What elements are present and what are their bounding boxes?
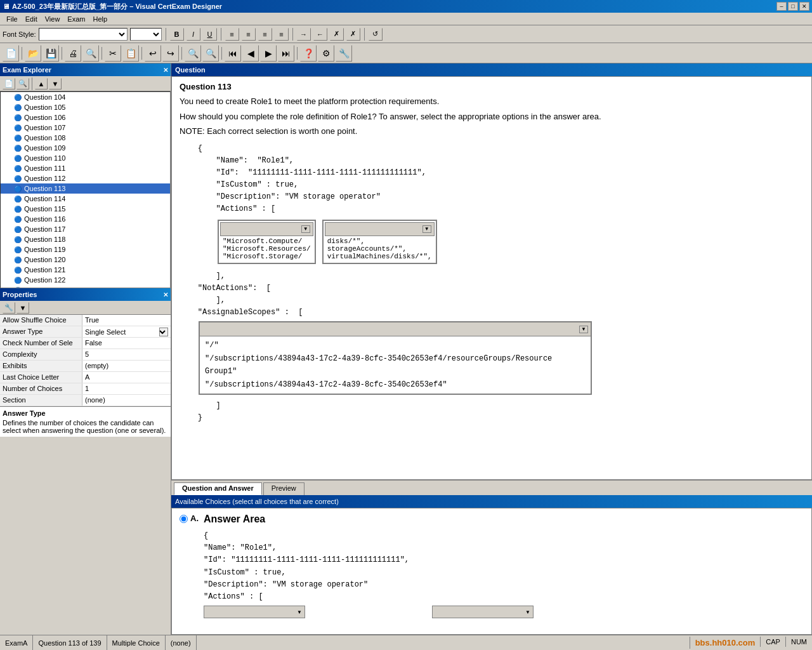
menu-view[interactable]: View [41,14,64,24]
toolbar-sep6 [62,47,62,60]
open-button[interactable]: 📂 [25,45,41,62]
ans-line-4: "IsCustom" : true, [204,567,534,579]
undo-button[interactable]: ↩ [145,45,161,62]
align-right-button[interactable]: ≡ [258,28,272,41]
menu-edit[interactable]: Edit [22,14,41,24]
format-button[interactable]: ✗ [330,28,344,41]
tab-preview[interactable]: Preview [263,482,304,495]
maximize-button[interactable]: □ [788,2,798,11]
first-button[interactable]: ⏮ [225,45,241,62]
tree-item-question-116[interactable]: 🔵Question 116 [1,214,170,224]
dropdown2-header[interactable]: ▼ [325,222,435,236]
help-button[interactable]: ❓ [300,45,317,62]
code-line-3: "Id": "11111111-1111-1111-1111-111111111… [180,167,804,179]
font-size-select[interactable] [130,28,162,41]
question-content[interactable]: Question 113 You need to create Role1 to… [171,76,812,480]
extra-button[interactable]: 🔧 [336,45,352,62]
explorer-close-button[interactable]: ✕ [163,67,168,74]
close-button[interactable]: ✕ [799,2,809,11]
properties-btn1[interactable]: 🔧 [3,302,15,314]
refresh-button[interactable]: ↺ [369,28,383,41]
zoom-out-button[interactable]: 🔍 [202,45,219,62]
prev-button[interactable]: ◀ [242,45,259,62]
justify-button[interactable]: ≡ [275,28,289,41]
dropdown1-arrow[interactable]: ▼ [301,225,310,233]
tree-item-question-107[interactable]: 🔵Question 107 [1,123,170,133]
last-button[interactable]: ⏭ [278,45,294,62]
large-dropdown-header[interactable]: ▼ [200,322,591,336]
dropdown-box-1[interactable]: ▼ "Microsoft.Compute/ "Microsoft.Resourc… [218,220,316,264]
large-dropdown[interactable]: ▼ "/" "/subscriptions/43894a43-17c2-4a39… [199,321,592,395]
save-button[interactable]: 💾 [43,45,59,62]
prop-name: Allow Shuffle Choice [0,315,82,326]
indent-button[interactable]: → [297,28,311,41]
answer-code: { "Name": "Role1", "Id": "11111111-1111-… [204,530,534,603]
outdent-button[interactable]: ← [313,28,327,41]
ans-dropdown2-arrow[interactable]: ▼ [432,606,534,618]
menu-file[interactable]: File [3,14,22,24]
new-button[interactable]: 📄 [3,45,19,62]
explorer-btn1[interactable]: 📄 [3,78,15,90]
tree-item-question-119[interactable]: 🔵Question 119 [1,244,170,255]
tree-item-question-106[interactable]: 🔵Question 106 [1,112,170,123]
underline-button[interactable]: U [203,28,217,41]
font-style-label: Font Style: [3,30,36,38]
large-opt2: "/subscriptions/43894a43-17c2-4a39-8cfc-… [205,352,586,378]
tree-icon: 🔵 [13,164,22,173]
copy-button[interactable]: 📋 [122,45,139,62]
dropdown1-header[interactable]: ▼ [220,222,313,236]
bold-button[interactable]: B [170,28,184,41]
tree-item-question-104[interactable]: 🔵Question 104 [1,92,170,102]
dropdown-box-2[interactable]: ▼ disks/*", storageAccounts/*", virtualM… [322,220,437,264]
tree-item-question-122[interactable]: 🔵Question 122 [1,275,170,285]
dropdown2-arrow[interactable]: ▼ [422,225,431,233]
choices-content[interactable]: A. Answer Area { "Name": "Role1", "Id": … [171,508,812,635]
tree-item-question-112[interactable]: 🔵Question 112 [1,173,170,183]
choice-a: A. Answer Area { "Name": "Role1", "Id": … [180,514,804,618]
align-center-button[interactable]: ≡ [242,28,256,41]
properties-btn2[interactable]: ▼ [16,302,29,314]
explorer-btn2[interactable]: 🔍 [16,78,29,90]
answer-type-info: Answer Type Defines the number of choice… [0,406,171,437]
window-controls[interactable]: – □ ✕ [776,2,809,11]
tree-icon: 🔵 [13,255,22,264]
tab-question-answer[interactable]: Question and Answer [174,482,262,495]
clear-button[interactable]: ✗ [346,28,360,41]
tree-item-question-118[interactable]: 🔵Question 118 [1,234,170,244]
question-code: { "Name": "Role1", "Id": "11111111-1111-… [180,143,804,216]
minimize-button[interactable]: – [776,2,787,11]
menu-help[interactable]: Help [89,14,111,24]
tree-item-question-108[interactable]: 🔵Question 108 [1,133,170,143]
prop-value[interactable]: Single Select ▼ [82,326,171,337]
explorer-tree[interactable]: 🔵Question 104🔵Question 105🔵Question 106🔵… [0,91,171,288]
tree-item-question-110[interactable]: 🔵Question 110 [1,153,170,163]
print-button[interactable]: 🖨 [65,45,81,62]
italic-button[interactable]: I [187,28,200,41]
prop-dropdown[interactable]: ▼ [159,328,168,336]
tree-item-question-115[interactable]: 🔵Question 115 [1,204,170,214]
print-preview-button[interactable]: 🔍 [82,45,99,62]
tree-item-question-113[interactable]: 🔵Question 113 [1,183,170,194]
explorer-up-button[interactable]: ▲ [35,78,48,90]
settings-button[interactable]: ⚙ [318,45,334,62]
align-left-button[interactable]: ≡ [225,28,239,41]
tree-item-question-117[interactable]: 🔵Question 117 [1,224,170,234]
tree-item-question-121[interactable]: 🔵Question 121 [1,265,170,275]
large-dropdown-arrow[interactable]: ▼ [579,326,588,333]
cut-button[interactable]: ✂ [105,45,121,62]
tree-item-question-109[interactable]: 🔵Question 109 [1,143,170,153]
menu-exam[interactable]: Exam [63,14,89,24]
large-opt3: "/subscriptions/43894a43-17c2-4a39-8cfc-… [205,378,586,391]
next-button[interactable]: ▶ [260,45,277,62]
font-style-select[interactable] [39,28,128,41]
ans-dropdown1-arrow[interactable]: ▼ [204,606,305,618]
redo-button[interactable]: ↪ [162,45,179,62]
explorer-down-button[interactable]: ▼ [49,78,62,90]
tree-item-question-120[interactable]: 🔵Question 120 [1,255,170,265]
zoom-in-button[interactable]: 🔍 [185,45,201,62]
tree-item-question-111[interactable]: 🔵Question 111 [1,163,170,173]
choice-a-radio[interactable] [180,515,188,523]
tree-item-question-114[interactable]: 🔵Question 114 [1,194,170,204]
tree-item-question-105[interactable]: 🔵Question 105 [1,102,170,112]
properties-close-button[interactable]: ✕ [163,291,168,298]
